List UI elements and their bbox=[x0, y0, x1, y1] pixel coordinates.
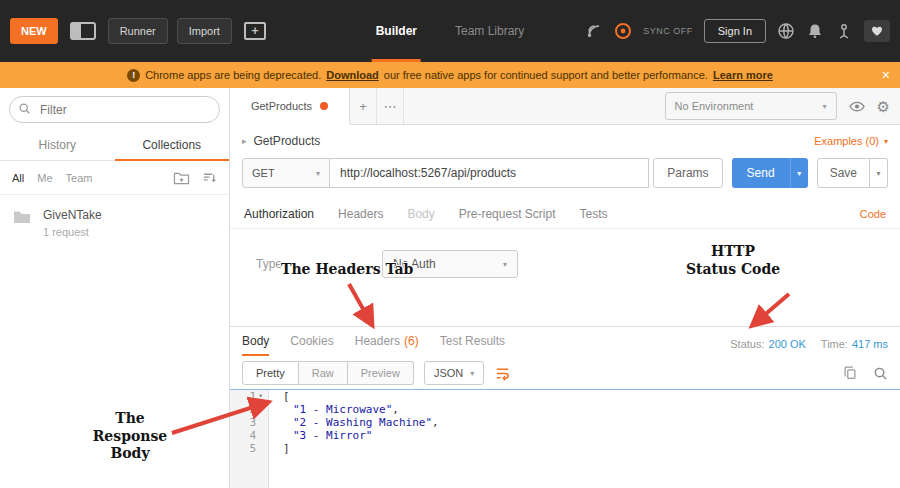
request-tabs: Authorization Headers Body Pre-request S… bbox=[230, 199, 900, 229]
auth-type-select[interactable]: No Auth ▾ bbox=[382, 250, 518, 278]
environment-area: No Environment ▾ ⚙ bbox=[665, 88, 900, 124]
topbar-tabs: Builder Team Library bbox=[372, 0, 529, 62]
tab-builder[interactable]: Builder bbox=[372, 0, 421, 62]
format-value: JSON bbox=[434, 367, 463, 379]
sidebar: History Collections All Me Team GiveNTak… bbox=[0, 88, 230, 488]
sync-icon[interactable] bbox=[614, 22, 632, 40]
new-window-button[interactable]: + bbox=[241, 19, 269, 43]
banner-text: Chrome apps are being deprecated. bbox=[145, 69, 321, 81]
view-mode-group: Pretty Raw Preview bbox=[242, 361, 414, 385]
line-number: 1 bbox=[249, 390, 256, 403]
import-button[interactable]: Import bbox=[177, 18, 232, 44]
send-button[interactable]: Send bbox=[732, 158, 790, 188]
response-body-editor[interactable]: 1▾ [ 2 "1 - Microwave", 3 "2 - Washing M… bbox=[230, 389, 900, 488]
pretty-button[interactable]: Pretty bbox=[242, 361, 299, 385]
eye-icon[interactable] bbox=[848, 99, 866, 114]
save-button[interactable]: Save bbox=[817, 158, 870, 188]
topbar: NEW Runner Import + Builder Team Library… bbox=[0, 0, 900, 62]
tab-authorization[interactable]: Authorization bbox=[244, 207, 314, 221]
collection-name: GiveNTake bbox=[43, 208, 102, 222]
tab-options-button[interactable]: ⋯ bbox=[377, 88, 404, 124]
tab-test-results[interactable]: Test Results bbox=[440, 334, 505, 356]
save-button-group: Save ▾ bbox=[817, 158, 888, 188]
new-folder-icon[interactable] bbox=[173, 170, 190, 185]
sidebar-tabs: History Collections bbox=[0, 131, 229, 161]
globe-icon[interactable] bbox=[777, 22, 795, 40]
gear-icon[interactable]: ⚙ bbox=[877, 99, 890, 114]
request-tab-getproducts[interactable]: GetProducts bbox=[230, 88, 350, 125]
response-headers-count: (6) bbox=[404, 334, 419, 348]
authorization-panel: Type No Auth ▾ bbox=[230, 229, 900, 327]
examples-label: Examples (0) bbox=[814, 135, 879, 147]
code-link[interactable]: Code bbox=[860, 208, 886, 220]
response-toolbar: Pretty Raw Preview JSON ▾ bbox=[230, 356, 900, 389]
scope-actions bbox=[173, 170, 217, 185]
sidebar-toggle-button[interactable] bbox=[67, 19, 99, 43]
scope-all[interactable]: All bbox=[12, 172, 24, 184]
download-link[interactable]: Download bbox=[326, 69, 379, 81]
tab-team-library[interactable]: Team Library bbox=[451, 0, 528, 62]
send-button-group: Send ▾ bbox=[732, 158, 808, 188]
tab-headers[interactable]: Headers bbox=[338, 207, 383, 221]
tab-response-headers[interactable]: Headers (6) bbox=[355, 334, 419, 356]
tab-tests[interactable]: Tests bbox=[579, 207, 607, 221]
tab-body[interactable]: Body bbox=[407, 207, 434, 221]
new-button[interactable]: NEW bbox=[10, 18, 58, 44]
chevron-down-icon: ▾ bbox=[884, 137, 888, 146]
sign-in-button[interactable]: Sign In bbox=[704, 19, 766, 43]
interceptor-icon[interactable] bbox=[585, 22, 603, 40]
caret-right-icon[interactable]: ▸ bbox=[242, 136, 247, 146]
new-window-icon: + bbox=[244, 22, 266, 40]
line-number: 5 bbox=[249, 442, 256, 455]
chevron-down-icon: ▾ bbox=[470, 369, 474, 378]
scope-team[interactable]: Team bbox=[66, 172, 93, 184]
raw-button[interactable]: Raw bbox=[299, 361, 348, 385]
runner-button[interactable]: Runner bbox=[108, 18, 168, 44]
search-icon[interactable] bbox=[873, 366, 888, 381]
code-line: 4 "3 - Mirror" bbox=[230, 429, 900, 442]
bell-icon[interactable] bbox=[806, 22, 824, 40]
url-input[interactable] bbox=[330, 158, 649, 188]
tab-collections[interactable]: Collections bbox=[115, 131, 230, 161]
chevron-down-icon: ▾ bbox=[503, 260, 507, 269]
wrap-text-icon[interactable] bbox=[494, 365, 511, 382]
params-button[interactable]: Params bbox=[653, 158, 722, 188]
sort-icon[interactable] bbox=[202, 170, 217, 185]
response-actions bbox=[842, 365, 888, 381]
format-select[interactable]: JSON ▾ bbox=[424, 361, 484, 385]
unsaved-dot-icon bbox=[320, 102, 328, 110]
filter-input[interactable] bbox=[9, 96, 220, 123]
save-options-button[interactable]: ▾ bbox=[870, 158, 888, 188]
time-value: 417 ms bbox=[852, 338, 888, 350]
tab-history[interactable]: History bbox=[0, 131, 115, 161]
send-options-button[interactable]: ▾ bbox=[790, 158, 808, 188]
request-header: ▸ GetProducts Examples (0) ▾ bbox=[230, 125, 900, 155]
code-line: 3 "2 - Washing Machine", bbox=[230, 416, 900, 429]
copy-icon[interactable] bbox=[842, 365, 858, 381]
collection-item[interactable]: GiveNTake 1 request bbox=[0, 195, 229, 251]
deprecation-banner: ! Chrome apps are being deprecated. Down… bbox=[0, 62, 900, 88]
tab-cookies[interactable]: Cookies bbox=[290, 334, 333, 356]
heart-icon bbox=[870, 24, 884, 38]
learn-more-link[interactable]: Learn more bbox=[713, 69, 773, 81]
fold-caret-icon[interactable]: ▾ bbox=[256, 390, 265, 403]
satellite-icon[interactable] bbox=[835, 22, 853, 40]
chevron-down-icon: ▾ bbox=[823, 102, 827, 111]
scope-me[interactable]: Me bbox=[37, 172, 52, 184]
search-icon bbox=[18, 102, 31, 115]
environment-value: No Environment bbox=[675, 100, 754, 112]
add-tab-button[interactable]: + bbox=[350, 88, 377, 124]
response-section: Body Cookies Headers (6) Test Results St… bbox=[230, 327, 900, 488]
request-tab-label: GetProducts bbox=[251, 100, 312, 112]
preview-button[interactable]: Preview bbox=[348, 361, 414, 385]
environment-select[interactable]: No Environment ▾ bbox=[665, 92, 837, 120]
heart-button[interactable] bbox=[864, 20, 890, 42]
topbar-right: SYNC OFF Sign In bbox=[585, 19, 890, 43]
code-line: 5 ] bbox=[230, 442, 900, 455]
sidebar-toggle-icon bbox=[70, 22, 96, 40]
tab-pre-request-script[interactable]: Pre-request Script bbox=[459, 207, 556, 221]
banner-close-button[interactable]: × bbox=[882, 62, 890, 88]
tab-response-body[interactable]: Body bbox=[242, 334, 269, 356]
method-select[interactable]: GET ▾ bbox=[242, 158, 330, 188]
examples-dropdown[interactable]: Examples (0) ▾ bbox=[814, 135, 888, 147]
